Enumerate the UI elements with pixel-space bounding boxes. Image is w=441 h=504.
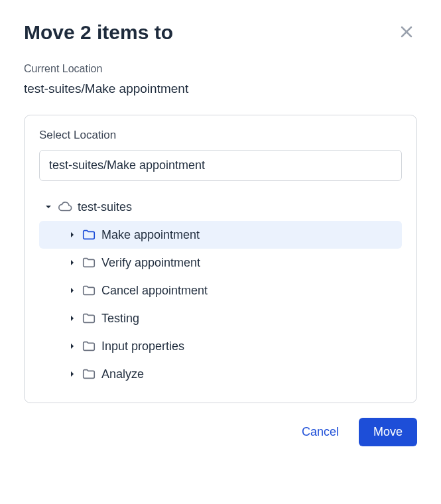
chevron-down-icon	[44, 203, 52, 211]
tree-item-verify-appointment[interactable]: Verify appointment	[39, 249, 402, 277]
cloud-icon	[58, 200, 72, 214]
current-location-value: test-suites/Make appointment	[24, 82, 417, 96]
chevron-right-icon	[68, 286, 76, 294]
tree-item-testing[interactable]: Testing	[39, 304, 402, 332]
tree-item-input-properties[interactable]: Input properties	[39, 332, 402, 360]
location-input[interactable]	[39, 150, 402, 181]
folder-icon	[82, 283, 96, 298]
dialog-footer: Cancel Move	[24, 418, 417, 446]
cancel-button[interactable]: Cancel	[287, 418, 353, 446]
tree-item-label: test-suites	[78, 200, 132, 214]
folder-icon	[82, 227, 96, 242]
select-location-label: Select Location	[39, 129, 402, 142]
chevron-right-icon	[68, 370, 76, 378]
tree-item-make-appointment[interactable]: Make appointment	[39, 221, 402, 249]
current-location-label: Current Location	[24, 63, 417, 75]
folder-icon	[82, 339, 96, 353]
tree-item-label: Verify appointment	[101, 256, 200, 270]
tree-item-cancel-appointment[interactable]: Cancel appointment	[39, 277, 402, 304]
tree-item-label: Input properties	[101, 340, 184, 353]
chevron-right-icon	[68, 314, 76, 322]
close-icon	[399, 24, 414, 42]
tree-item-label: Analyze	[101, 367, 144, 381]
tree-item-analyze[interactable]: Analyze	[39, 360, 402, 388]
tree-item-label: Testing	[101, 312, 139, 326]
chevron-right-icon	[68, 342, 76, 350]
folder-icon	[82, 311, 96, 326]
location-tree: test-suites Make appointment Verif	[39, 193, 402, 388]
move-button[interactable]: Move	[359, 418, 417, 446]
dialog-title: Move 2 items to	[24, 21, 173, 44]
close-button[interactable]	[396, 21, 417, 44]
folder-icon	[82, 255, 96, 270]
tree-item-label: Cancel appointment	[101, 284, 208, 298]
tree-item-label: Make appointment	[101, 228, 200, 242]
folder-icon	[82, 367, 96, 381]
chevron-right-icon	[68, 259, 76, 267]
tree-root-item[interactable]: test-suites	[39, 193, 402, 221]
select-location-panel: Select Location test-suites Make	[24, 115, 417, 403]
chevron-right-icon	[68, 231, 76, 239]
